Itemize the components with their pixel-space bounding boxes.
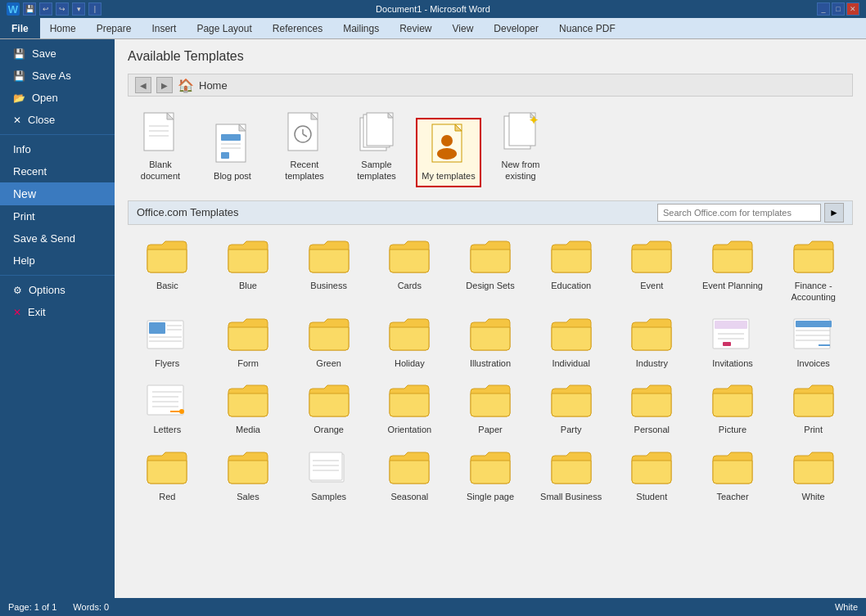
tab-developer[interactable]: Developer <box>484 18 549 38</box>
folder-label-picture: Picture <box>719 424 746 435</box>
folder-icon-blue <box>227 238 269 277</box>
file-tab[interactable]: File <box>0 18 40 38</box>
folder-item-paper[interactable]: Paper <box>451 377 530 440</box>
folder-icon-basic <box>146 238 188 277</box>
folder-item-industry[interactable]: Industry <box>612 311 692 374</box>
tab-page-layout[interactable]: Page Layout <box>187 18 262 38</box>
folder-item-holiday[interactable]: Holiday <box>370 311 449 374</box>
title-bar: W 💾 ↩ ↪ ▾ | Document1 - Microsoft Word _… <box>0 0 866 18</box>
tab-insert[interactable]: Insert <box>142 18 187 38</box>
tab-prepare[interactable]: Prepare <box>87 18 142 38</box>
nav-forward-btn[interactable]: ▶ <box>156 77 173 93</box>
sidebar-item-open[interactable]: 📂 Open <box>0 87 115 109</box>
tab-view[interactable]: View <box>443 18 485 38</box>
sidebar-divider-1 <box>0 134 115 135</box>
folder-item-finance[interactable]: Finance - Accounting <box>774 233 853 308</box>
tab-home[interactable]: Home <box>40 18 87 38</box>
folder-icon-education <box>550 238 593 277</box>
folder-item-teacher[interactable]: Teacher <box>693 444 773 507</box>
status-bar: Page: 1 of 1 Words: 0 White <box>0 598 866 616</box>
folder-item-event[interactable]: Event <box>612 233 692 308</box>
window-title: Document1 - Microsoft Word <box>376 4 490 14</box>
folder-label-business: Business <box>310 280 347 291</box>
folder-item-individual[interactable]: Individual <box>531 311 611 374</box>
folder-item-orange[interactable]: Orange <box>289 377 368 440</box>
sidebar-item-close[interactable]: ✕ Close <box>0 109 115 131</box>
folder-item-party[interactable]: Party <box>531 377 611 440</box>
maximize-btn[interactable]: □ <box>832 2 845 16</box>
tab-mailings[interactable]: Mailings <box>333 18 390 38</box>
template-search-input[interactable] <box>657 204 821 222</box>
tab-nuance[interactable]: Nuance PDF <box>549 18 626 38</box>
tab-references[interactable]: References <box>263 18 333 38</box>
undo-btn[interactable]: ↩ <box>39 2 52 16</box>
home-icon: 🏠 <box>178 78 194 93</box>
svg-point-23 <box>437 148 457 160</box>
nav-back-btn[interactable]: ◀ <box>135 77 151 93</box>
folder-item-invoices[interactable]: Invoices <box>774 311 853 374</box>
sidebar-item-save-send[interactable]: Save & Send <box>0 227 115 250</box>
template-new-existing[interactable]: ✦ New from existing <box>488 106 553 187</box>
sidebar-item-exit[interactable]: ✕ Exit <box>0 301 115 323</box>
sidebar-item-new[interactable]: New <box>0 182 115 205</box>
folder-item-small-business[interactable]: Small Business <box>531 444 611 507</box>
close-btn[interactable]: ✕ <box>846 2 859 16</box>
folder-icon-paper <box>469 382 512 420</box>
folder-icon-flyers <box>146 316 188 354</box>
folder-item-single-page[interactable]: Single page <box>451 444 530 507</box>
sidebar-item-info[interactable]: Info <box>0 138 115 160</box>
folder-item-form[interactable]: Form <box>209 311 288 374</box>
folder-item-cards[interactable]: Cards <box>370 233 449 308</box>
folder-item-illustration[interactable]: Illustration <box>451 311 530 374</box>
folder-item-seasonal[interactable]: Seasonal <box>370 444 449 507</box>
folder-item-media[interactable]: Media <box>209 377 288 440</box>
minimize-btn[interactable]: _ <box>817 2 830 16</box>
sidebar-item-help[interactable]: Help <box>0 250 115 272</box>
redo-btn[interactable]: ↪ <box>56 2 69 16</box>
folder-item-invitations[interactable]: Invitations <box>693 311 773 374</box>
template-recent[interactable]: Recent templates <box>272 106 337 187</box>
template-blank[interactable]: Blank document <box>128 106 193 187</box>
folder-item-sales[interactable]: Sales <box>209 444 288 507</box>
folder-item-business[interactable]: Business <box>289 233 368 308</box>
folder-item-letters[interactable]: Letters <box>128 377 207 440</box>
quick-save-btn[interactable]: 💾 <box>23 2 36 16</box>
officecom-title: Office.com Templates <box>137 206 239 218</box>
sidebar-item-print[interactable]: Print <box>0 205 115 227</box>
folder-icon-letters <box>146 382 188 420</box>
my-templates-icon <box>431 123 467 167</box>
tab-review[interactable]: Review <box>390 18 442 38</box>
folder-item-print[interactable]: Print <box>774 377 853 440</box>
folder-item-samples[interactable]: Samples <box>289 444 368 507</box>
folder-icon-green <box>308 316 350 354</box>
folder-item-white[interactable]: White <box>774 444 853 507</box>
folder-item-red[interactable]: Red <box>128 444 207 507</box>
sidebar-item-save-as[interactable]: 💾 Save As <box>0 65 115 87</box>
folder-item-basic[interactable]: Basic <box>128 233 207 308</box>
folder-item-orientation[interactable]: Orientation <box>370 377 449 440</box>
customize-btn[interactable]: ▾ <box>72 2 85 16</box>
sidebar-item-recent[interactable]: Recent <box>0 160 115 182</box>
template-blog[interactable]: Blog post <box>200 118 265 187</box>
folder-icon-sales <box>227 449 269 488</box>
folder-item-design-sets[interactable]: Design Sets <box>451 233 530 308</box>
sidebar-item-options[interactable]: ⚙ Options <box>0 279 115 301</box>
main-layout: 💾 Save 💾 Save As 📂 Open ✕ Close Info Rec… <box>0 39 866 616</box>
search-submit-btn[interactable]: ► <box>824 203 844 223</box>
folder-item-flyers[interactable]: Flyers <box>128 311 207 374</box>
template-sample[interactable]: Sample templates <box>344 106 409 187</box>
nav-home-label[interactable]: Home <box>199 79 228 92</box>
folder-item-personal[interactable]: Personal <box>612 377 692 440</box>
sidebar-item-save[interactable]: 💾 Save <box>0 43 115 65</box>
folder-icon-seasonal <box>388 449 431 488</box>
folder-item-student[interactable]: Student <box>612 444 692 507</box>
status-theme: White <box>835 602 858 612</box>
folder-item-green[interactable]: Green <box>289 311 368 374</box>
template-my[interactable]: My templates <box>416 118 481 187</box>
folder-item-event-planning[interactable]: Event Planning <box>693 233 773 308</box>
folder-item-picture[interactable]: Picture <box>693 377 773 440</box>
folder-item-education[interactable]: Education <box>531 233 611 308</box>
folder-item-blue[interactable]: Blue <box>209 233 288 308</box>
folder-label-orientation: Orientation <box>387 424 431 435</box>
folder-label-cards: Cards <box>398 280 422 291</box>
